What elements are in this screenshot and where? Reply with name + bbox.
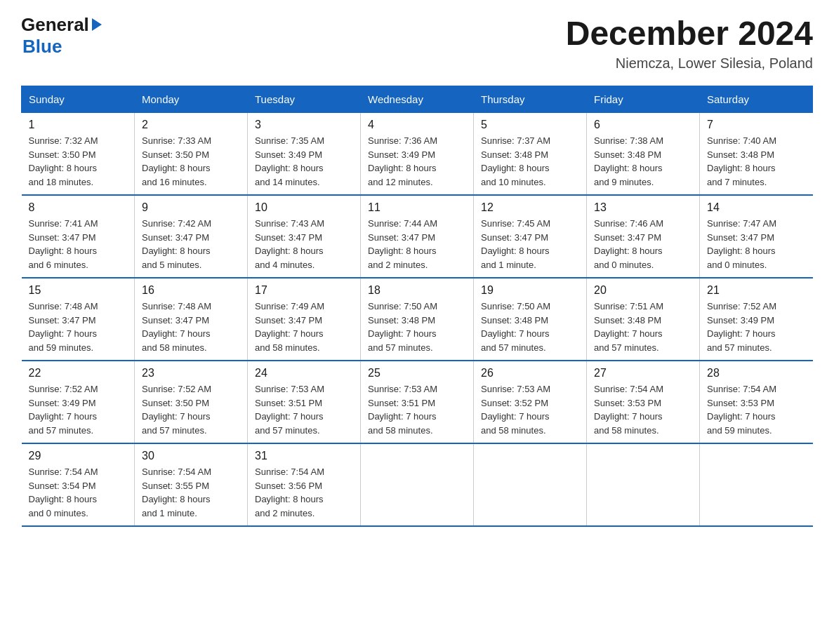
- day-info: Sunrise: 7:40 AMSunset: 3:48 PMDaylight:…: [707, 134, 806, 189]
- day-number: 18: [368, 284, 466, 297]
- day-cell: 12 Sunrise: 7:45 AMSunset: 3:47 PMDaylig…: [474, 195, 587, 278]
- day-info: Sunrise: 7:53 AMSunset: 3:52 PMDaylight:…: [481, 382, 579, 437]
- month-title: December 2024: [566, 14, 813, 53]
- col-sunday: Sunday: [22, 86, 135, 113]
- day-number: 31: [255, 450, 353, 462]
- day-info: Sunrise: 7:44 AMSunset: 3:47 PMDaylight:…: [368, 217, 466, 271]
- day-number: 9: [142, 201, 240, 214]
- day-number: 13: [594, 201, 692, 214]
- day-number: 17: [255, 284, 353, 297]
- day-cell: 11 Sunrise: 7:44 AMSunset: 3:47 PMDaylig…: [361, 195, 474, 278]
- day-info: Sunrise: 7:50 AMSunset: 3:48 PMDaylight:…: [481, 300, 579, 354]
- col-thursday: Thursday: [474, 86, 587, 113]
- day-info: Sunrise: 7:54 AMSunset: 3:56 PMDaylight:…: [255, 465, 353, 520]
- day-info: Sunrise: 7:54 AMSunset: 3:53 PMDaylight:…: [594, 382, 692, 437]
- day-cell: 18 Sunrise: 7:50 AMSunset: 3:48 PMDaylig…: [361, 278, 474, 361]
- day-info: Sunrise: 7:35 AMSunset: 3:49 PMDaylight:…: [255, 134, 353, 189]
- col-monday: Monday: [135, 86, 248, 113]
- day-cell: 26 Sunrise: 7:53 AMSunset: 3:52 PMDaylig…: [474, 361, 587, 443]
- day-cell: 15 Sunrise: 7:48 AMSunset: 3:47 PMDaylig…: [22, 278, 135, 361]
- logo-general-text: General: [21, 14, 89, 36]
- day-number: 15: [29, 284, 128, 297]
- day-number: 10: [255, 201, 353, 214]
- day-number: 20: [594, 284, 692, 297]
- day-number: 6: [594, 119, 692, 131]
- day-info: Sunrise: 7:48 AMSunset: 3:47 PMDaylight:…: [142, 300, 240, 354]
- title-section: December 2024 Niemcza, Lower Silesia, Po…: [566, 14, 813, 72]
- location-text: Niemcza, Lower Silesia, Poland: [566, 55, 813, 72]
- week-row-4: 22 Sunrise: 7:52 AMSunset: 3:49 PMDaylig…: [22, 361, 813, 443]
- week-row-2: 8 Sunrise: 7:41 AMSunset: 3:47 PMDayligh…: [22, 195, 813, 278]
- day-cell: 19 Sunrise: 7:50 AMSunset: 3:48 PMDaylig…: [474, 278, 587, 361]
- day-info: Sunrise: 7:42 AMSunset: 3:47 PMDaylight:…: [142, 217, 240, 271]
- day-number: 12: [481, 201, 579, 214]
- day-cell: 29 Sunrise: 7:54 AMSunset: 3:54 PMDaylig…: [22, 443, 135, 526]
- day-info: Sunrise: 7:51 AMSunset: 3:48 PMDaylight:…: [594, 300, 692, 354]
- day-number: 11: [368, 201, 466, 214]
- calendar-table: Sunday Monday Tuesday Wednesday Thursday…: [21, 86, 813, 527]
- day-cell: 13 Sunrise: 7:46 AMSunset: 3:47 PMDaylig…: [587, 195, 700, 278]
- day-number: 5: [481, 119, 579, 131]
- day-info: Sunrise: 7:52 AMSunset: 3:49 PMDaylight:…: [29, 382, 128, 437]
- day-info: Sunrise: 7:33 AMSunset: 3:50 PMDaylight:…: [142, 134, 240, 189]
- day-cell: 23 Sunrise: 7:52 AMSunset: 3:50 PMDaylig…: [135, 361, 248, 443]
- day-number: 24: [255, 367, 353, 380]
- day-number: 30: [142, 450, 240, 462]
- day-number: 14: [707, 201, 806, 214]
- day-cell: 5 Sunrise: 7:37 AMSunset: 3:48 PMDayligh…: [474, 113, 587, 196]
- day-info: Sunrise: 7:53 AMSunset: 3:51 PMDaylight:…: [368, 382, 466, 437]
- day-info: Sunrise: 7:52 AMSunset: 3:50 PMDaylight:…: [142, 382, 240, 437]
- header-row: Sunday Monday Tuesday Wednesday Thursday…: [22, 86, 813, 113]
- calendar-body: 1 Sunrise: 7:32 AMSunset: 3:50 PMDayligh…: [22, 113, 813, 527]
- day-cell: 9 Sunrise: 7:42 AMSunset: 3:47 PMDayligh…: [135, 195, 248, 278]
- day-number: 21: [707, 284, 806, 297]
- day-cell: [474, 443, 587, 526]
- day-info: Sunrise: 7:54 AMSunset: 3:55 PMDaylight:…: [142, 465, 240, 520]
- day-info: Sunrise: 7:45 AMSunset: 3:47 PMDaylight:…: [481, 217, 579, 271]
- day-number: 28: [707, 367, 806, 380]
- week-row-3: 15 Sunrise: 7:48 AMSunset: 3:47 PMDaylig…: [22, 278, 813, 361]
- day-cell: 2 Sunrise: 7:33 AMSunset: 3:50 PMDayligh…: [135, 113, 248, 196]
- day-info: Sunrise: 7:36 AMSunset: 3:49 PMDaylight:…: [368, 134, 466, 189]
- day-number: 22: [29, 367, 128, 380]
- day-number: 19: [481, 284, 579, 297]
- day-cell: 16 Sunrise: 7:48 AMSunset: 3:47 PMDaylig…: [135, 278, 248, 361]
- week-row-5: 29 Sunrise: 7:54 AMSunset: 3:54 PMDaylig…: [22, 443, 813, 526]
- day-number: 25: [368, 367, 466, 380]
- day-info: Sunrise: 7:50 AMSunset: 3:48 PMDaylight:…: [368, 300, 466, 354]
- day-cell: [587, 443, 700, 526]
- day-cell: 22 Sunrise: 7:52 AMSunset: 3:49 PMDaylig…: [22, 361, 135, 443]
- day-cell: 20 Sunrise: 7:51 AMSunset: 3:48 PMDaylig…: [587, 278, 700, 361]
- logo-blue-text: Blue: [22, 36, 102, 58]
- logo-arrow-icon: [92, 18, 102, 31]
- day-cell: 24 Sunrise: 7:53 AMSunset: 3:51 PMDaylig…: [248, 361, 361, 443]
- day-cell: 30 Sunrise: 7:54 AMSunset: 3:55 PMDaylig…: [135, 443, 248, 526]
- logo: General Blue: [21, 14, 102, 58]
- day-info: Sunrise: 7:47 AMSunset: 3:47 PMDaylight:…: [707, 217, 806, 271]
- day-cell: 3 Sunrise: 7:35 AMSunset: 3:49 PMDayligh…: [248, 113, 361, 196]
- day-number: 4: [368, 119, 466, 131]
- day-number: 16: [142, 284, 240, 297]
- col-wednesday: Wednesday: [361, 86, 474, 113]
- day-info: Sunrise: 7:32 AMSunset: 3:50 PMDaylight:…: [29, 134, 128, 189]
- page-header: General Blue December 2024 Niemcza, Lowe…: [21, 14, 813, 72]
- col-saturday: Saturday: [700, 86, 813, 113]
- day-cell: 27 Sunrise: 7:54 AMSunset: 3:53 PMDaylig…: [587, 361, 700, 443]
- week-row-1: 1 Sunrise: 7:32 AMSunset: 3:50 PMDayligh…: [22, 113, 813, 196]
- day-number: 29: [29, 450, 128, 462]
- col-friday: Friday: [587, 86, 700, 113]
- day-cell: 31 Sunrise: 7:54 AMSunset: 3:56 PMDaylig…: [248, 443, 361, 526]
- day-info: Sunrise: 7:52 AMSunset: 3:49 PMDaylight:…: [707, 300, 806, 354]
- day-info: Sunrise: 7:38 AMSunset: 3:48 PMDaylight:…: [594, 134, 692, 189]
- day-number: 3: [255, 119, 353, 131]
- day-info: Sunrise: 7:43 AMSunset: 3:47 PMDaylight:…: [255, 217, 353, 271]
- day-info: Sunrise: 7:37 AMSunset: 3:48 PMDaylight:…: [481, 134, 579, 189]
- day-cell: 25 Sunrise: 7:53 AMSunset: 3:51 PMDaylig…: [361, 361, 474, 443]
- day-cell: 1 Sunrise: 7:32 AMSunset: 3:50 PMDayligh…: [22, 113, 135, 196]
- day-number: 8: [29, 201, 128, 214]
- day-info: Sunrise: 7:54 AMSunset: 3:54 PMDaylight:…: [29, 465, 128, 520]
- day-info: Sunrise: 7:49 AMSunset: 3:47 PMDaylight:…: [255, 300, 353, 354]
- day-cell: 17 Sunrise: 7:49 AMSunset: 3:47 PMDaylig…: [248, 278, 361, 361]
- day-number: 7: [707, 119, 806, 131]
- day-cell: 28 Sunrise: 7:54 AMSunset: 3:53 PMDaylig…: [700, 361, 813, 443]
